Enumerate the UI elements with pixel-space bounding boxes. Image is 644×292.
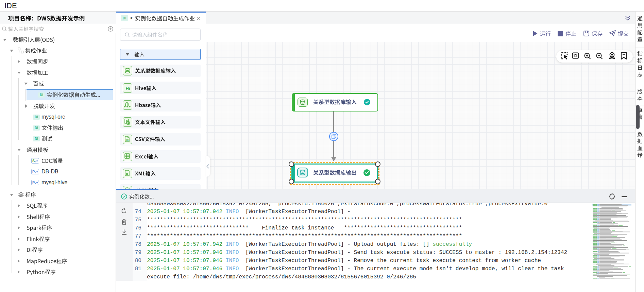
svg-text:CSV: CSV xyxy=(125,139,129,141)
